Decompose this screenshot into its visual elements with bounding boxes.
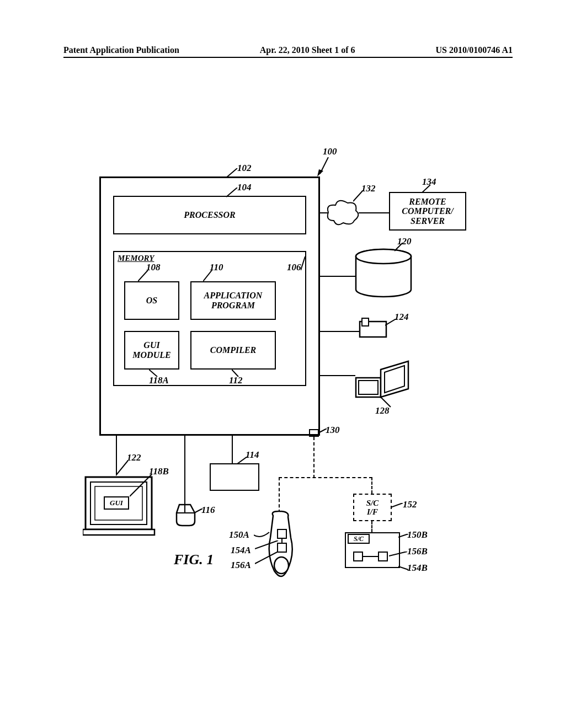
processor-label: PROCESSOR <box>184 210 235 220</box>
leader-102 <box>226 168 240 179</box>
application-program-box: APPLICATION PROGRAM <box>190 281 276 320</box>
svg-line-29 <box>237 457 247 464</box>
leader-108 <box>138 270 149 284</box>
svg-line-10 <box>422 185 430 192</box>
ref-100: 100 <box>323 146 337 157</box>
os-label: OS <box>146 296 157 306</box>
compiler-label: COMPILER <box>210 345 257 355</box>
svg-line-33 <box>194 508 202 513</box>
svg-line-35 <box>398 534 408 537</box>
conn-102-cloud <box>319 212 328 213</box>
ref-150A: 150A <box>229 529 249 540</box>
page-header: Patent Application Publication Apr. 22, … <box>63 45 513 58</box>
conn-102-monitor <box>116 436 117 474</box>
svg-line-6 <box>203 270 212 281</box>
leader-150B <box>398 534 409 540</box>
sc-if-box: S/C I/F <box>353 494 392 521</box>
svg-line-13 <box>395 243 403 251</box>
dash-v1 <box>313 437 315 478</box>
conn-102-114 <box>232 436 233 463</box>
ref-152: 152 <box>403 499 417 510</box>
svg-line-21 <box>381 397 391 407</box>
sc-label-b: S/C <box>348 534 370 544</box>
sc-if-label: S/C I/F <box>366 499 379 517</box>
compiler-box: COMPILER <box>190 331 276 370</box>
leader-156B <box>389 552 408 558</box>
svg-line-43 <box>255 552 278 564</box>
svg-line-28 <box>130 474 152 496</box>
svg-line-4 <box>301 256 305 270</box>
database-icon <box>353 248 414 301</box>
leader-132 <box>353 190 364 204</box>
conn-102-mouse <box>184 436 185 501</box>
arrow-100 <box>317 157 334 179</box>
svg-line-16 <box>385 319 396 325</box>
dash-h1 <box>279 477 372 478</box>
ref-106: 106 <box>287 262 301 273</box>
svg-rect-18 <box>359 381 378 394</box>
box-114 <box>210 463 259 491</box>
leader-134 <box>422 185 433 195</box>
ref-154B: 154B <box>407 563 428 574</box>
leader-154B <box>398 565 409 572</box>
conn-cloud-remote <box>359 212 389 213</box>
leader-118A <box>149 370 160 378</box>
svg-line-34 <box>391 503 403 507</box>
disk-drive-icon <box>359 317 389 339</box>
gui-module-label: GUI MODULE <box>132 340 170 360</box>
leader-106 <box>301 256 312 273</box>
conn-102-printer <box>319 375 355 376</box>
ref-156B: 156B <box>407 546 428 557</box>
remote-server-box: REMOTE COMPUTER/ SERVER <box>389 192 466 231</box>
gui-box: GUI <box>104 496 129 510</box>
ref-150B: 150B <box>407 529 428 540</box>
svg-rect-26 <box>83 529 154 535</box>
leader-112 <box>232 370 243 378</box>
port-130 <box>309 429 319 437</box>
svg-marker-1 <box>317 169 323 176</box>
svg-line-8 <box>232 370 238 377</box>
leader-118B <box>130 474 154 499</box>
svg-line-2 <box>226 168 237 178</box>
dash-v-left <box>279 477 280 513</box>
leader-124 <box>385 319 397 327</box>
leader-152 <box>391 503 404 511</box>
svg-line-5 <box>138 270 148 281</box>
svg-rect-15 <box>362 318 369 326</box>
chip-154b <box>353 552 363 561</box>
leader-122 <box>116 461 130 477</box>
leader-128 <box>381 397 395 408</box>
svg-line-42 <box>255 540 278 549</box>
figure-1-diagram: PROCESSOR MEMORY OS APPLICATION PROGRAM … <box>83 154 480 585</box>
svg-line-3 <box>226 188 237 197</box>
svg-line-7 <box>149 370 157 377</box>
gui-module-box: GUI MODULE <box>124 331 179 370</box>
leader-116 <box>194 508 204 515</box>
header-right: US 2010/0100746 A1 <box>435 45 513 55</box>
dash-v-right <box>371 477 372 494</box>
remote-server-label: REMOTE COMPUTER/ SERVER <box>402 197 453 226</box>
header-center: Apr. 22, 2010 Sheet 1 of 6 <box>260 45 355 55</box>
leader-120 <box>395 243 406 254</box>
conn-102-db <box>319 276 355 277</box>
os-box: OS <box>124 281 179 320</box>
leader-130 <box>318 429 328 435</box>
leader-110 <box>203 270 214 284</box>
leader-154A <box>255 540 280 552</box>
svg-rect-38 <box>278 529 286 538</box>
leader-150A <box>254 529 270 540</box>
figure-caption: FIG. 1 <box>174 552 214 568</box>
leader-156A <box>255 552 280 565</box>
conn-chips-b <box>363 556 378 557</box>
svg-line-36 <box>389 552 407 556</box>
svg-line-27 <box>116 461 128 475</box>
leader-104 <box>226 188 240 199</box>
ref-156A: 156A <box>231 560 251 571</box>
leader-114 <box>237 457 248 465</box>
printer-icon <box>353 358 414 403</box>
page: Patent Application Publication Apr. 22, … <box>0 0 565 728</box>
application-program-label: APPLICATION PROGRAM <box>204 291 263 310</box>
processor-box: PROCESSOR <box>113 196 306 234</box>
dash-v-scif-sc <box>371 521 372 532</box>
svg-line-22 <box>318 429 327 433</box>
